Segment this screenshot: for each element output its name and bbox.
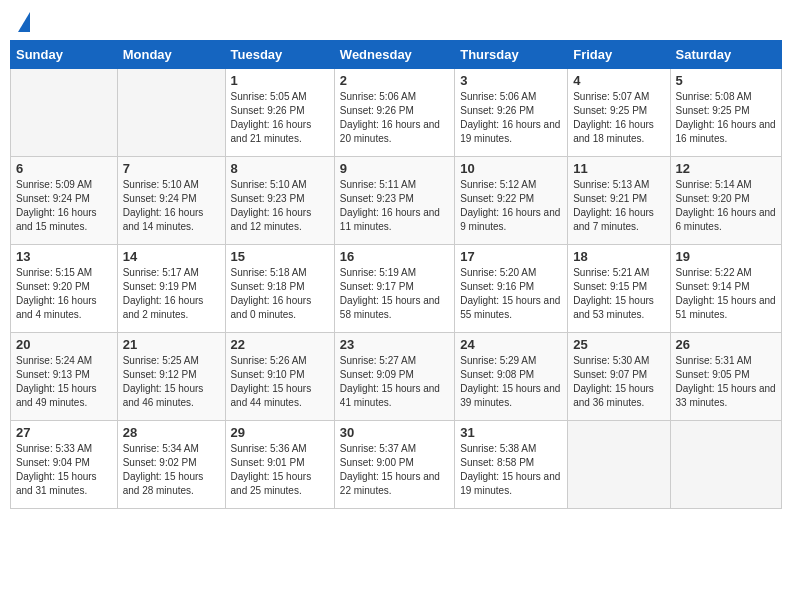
calendar-cell: 30 Sunrise: 5:37 AMSunset: 9:00 PMDaylig… (334, 421, 454, 509)
day-number: 16 (340, 249, 449, 264)
calendar-cell: 26 Sunrise: 5:31 AMSunset: 9:05 PMDaylig… (670, 333, 781, 421)
day-detail: Sunrise: 5:34 AMSunset: 9:02 PMDaylight:… (123, 443, 204, 496)
week-row-5: 27 Sunrise: 5:33 AMSunset: 9:04 PMDaylig… (11, 421, 782, 509)
day-number: 18 (573, 249, 664, 264)
day-number: 9 (340, 161, 449, 176)
header-cell-monday: Monday (117, 41, 225, 69)
calendar-cell: 15 Sunrise: 5:18 AMSunset: 9:18 PMDaylig… (225, 245, 334, 333)
calendar-cell: 18 Sunrise: 5:21 AMSunset: 9:15 PMDaylig… (568, 245, 670, 333)
header-cell-friday: Friday (568, 41, 670, 69)
calendar-table: SundayMondayTuesdayWednesdayThursdayFrid… (10, 40, 782, 509)
day-number: 4 (573, 73, 664, 88)
calendar-cell (11, 69, 118, 157)
calendar-cell: 25 Sunrise: 5:30 AMSunset: 9:07 PMDaylig… (568, 333, 670, 421)
day-number: 11 (573, 161, 664, 176)
calendar-cell (670, 421, 781, 509)
calendar-cell: 6 Sunrise: 5:09 AMSunset: 9:24 PMDayligh… (11, 157, 118, 245)
calendar-cell (117, 69, 225, 157)
header-cell-saturday: Saturday (670, 41, 781, 69)
day-number: 29 (231, 425, 329, 440)
calendar-cell: 14 Sunrise: 5:17 AMSunset: 9:19 PMDaylig… (117, 245, 225, 333)
day-number: 26 (676, 337, 776, 352)
day-detail: Sunrise: 5:31 AMSunset: 9:05 PMDaylight:… (676, 355, 776, 408)
day-detail: Sunrise: 5:08 AMSunset: 9:25 PMDaylight:… (676, 91, 776, 144)
day-detail: Sunrise: 5:18 AMSunset: 9:18 PMDaylight:… (231, 267, 312, 320)
day-number: 17 (460, 249, 562, 264)
calendar-cell: 4 Sunrise: 5:07 AMSunset: 9:25 PMDayligh… (568, 69, 670, 157)
day-number: 2 (340, 73, 449, 88)
day-number: 24 (460, 337, 562, 352)
day-detail: Sunrise: 5:25 AMSunset: 9:12 PMDaylight:… (123, 355, 204, 408)
day-detail: Sunrise: 5:17 AMSunset: 9:19 PMDaylight:… (123, 267, 204, 320)
day-number: 28 (123, 425, 220, 440)
day-number: 1 (231, 73, 329, 88)
week-row-3: 13 Sunrise: 5:15 AMSunset: 9:20 PMDaylig… (11, 245, 782, 333)
calendar-cell: 5 Sunrise: 5:08 AMSunset: 9:25 PMDayligh… (670, 69, 781, 157)
day-detail: Sunrise: 5:15 AMSunset: 9:20 PMDaylight:… (16, 267, 97, 320)
day-number: 19 (676, 249, 776, 264)
day-detail: Sunrise: 5:21 AMSunset: 9:15 PMDaylight:… (573, 267, 654, 320)
calendar-cell: 12 Sunrise: 5:14 AMSunset: 9:20 PMDaylig… (670, 157, 781, 245)
day-detail: Sunrise: 5:10 AMSunset: 9:23 PMDaylight:… (231, 179, 312, 232)
day-number: 10 (460, 161, 562, 176)
day-detail: Sunrise: 5:20 AMSunset: 9:16 PMDaylight:… (460, 267, 560, 320)
calendar-body: 1 Sunrise: 5:05 AMSunset: 9:26 PMDayligh… (11, 69, 782, 509)
day-number: 14 (123, 249, 220, 264)
day-detail: Sunrise: 5:10 AMSunset: 9:24 PMDaylight:… (123, 179, 204, 232)
day-number: 5 (676, 73, 776, 88)
day-number: 25 (573, 337, 664, 352)
day-detail: Sunrise: 5:06 AMSunset: 9:26 PMDaylight:… (460, 91, 560, 144)
day-detail: Sunrise: 5:27 AMSunset: 9:09 PMDaylight:… (340, 355, 440, 408)
logo-triangle-icon (18, 12, 30, 32)
day-number: 30 (340, 425, 449, 440)
calendar-cell: 23 Sunrise: 5:27 AMSunset: 9:09 PMDaylig… (334, 333, 454, 421)
day-detail: Sunrise: 5:38 AMSunset: 8:58 PMDaylight:… (460, 443, 560, 496)
page-header (10, 10, 782, 32)
day-detail: Sunrise: 5:19 AMSunset: 9:17 PMDaylight:… (340, 267, 440, 320)
calendar-cell: 8 Sunrise: 5:10 AMSunset: 9:23 PMDayligh… (225, 157, 334, 245)
calendar-cell: 9 Sunrise: 5:11 AMSunset: 9:23 PMDayligh… (334, 157, 454, 245)
calendar-cell: 31 Sunrise: 5:38 AMSunset: 8:58 PMDaylig… (455, 421, 568, 509)
day-number: 21 (123, 337, 220, 352)
day-detail: Sunrise: 5:36 AMSunset: 9:01 PMDaylight:… (231, 443, 312, 496)
day-detail: Sunrise: 5:24 AMSunset: 9:13 PMDaylight:… (16, 355, 97, 408)
calendar-cell: 19 Sunrise: 5:22 AMSunset: 9:14 PMDaylig… (670, 245, 781, 333)
header-cell-sunday: Sunday (11, 41, 118, 69)
day-detail: Sunrise: 5:26 AMSunset: 9:10 PMDaylight:… (231, 355, 312, 408)
week-row-1: 1 Sunrise: 5:05 AMSunset: 9:26 PMDayligh… (11, 69, 782, 157)
day-detail: Sunrise: 5:05 AMSunset: 9:26 PMDaylight:… (231, 91, 312, 144)
day-number: 7 (123, 161, 220, 176)
day-number: 15 (231, 249, 329, 264)
calendar-cell: 16 Sunrise: 5:19 AMSunset: 9:17 PMDaylig… (334, 245, 454, 333)
day-number: 6 (16, 161, 112, 176)
day-detail: Sunrise: 5:13 AMSunset: 9:21 PMDaylight:… (573, 179, 654, 232)
calendar-cell: 28 Sunrise: 5:34 AMSunset: 9:02 PMDaylig… (117, 421, 225, 509)
day-number: 22 (231, 337, 329, 352)
calendar-cell: 29 Sunrise: 5:36 AMSunset: 9:01 PMDaylig… (225, 421, 334, 509)
day-detail: Sunrise: 5:11 AMSunset: 9:23 PMDaylight:… (340, 179, 440, 232)
header-row: SundayMondayTuesdayWednesdayThursdayFrid… (11, 41, 782, 69)
calendar-cell: 10 Sunrise: 5:12 AMSunset: 9:22 PMDaylig… (455, 157, 568, 245)
calendar-cell: 2 Sunrise: 5:06 AMSunset: 9:26 PMDayligh… (334, 69, 454, 157)
day-detail: Sunrise: 5:22 AMSunset: 9:14 PMDaylight:… (676, 267, 776, 320)
calendar-cell: 24 Sunrise: 5:29 AMSunset: 9:08 PMDaylig… (455, 333, 568, 421)
day-number: 27 (16, 425, 112, 440)
calendar-cell: 21 Sunrise: 5:25 AMSunset: 9:12 PMDaylig… (117, 333, 225, 421)
day-detail: Sunrise: 5:09 AMSunset: 9:24 PMDaylight:… (16, 179, 97, 232)
calendar-cell: 27 Sunrise: 5:33 AMSunset: 9:04 PMDaylig… (11, 421, 118, 509)
day-number: 8 (231, 161, 329, 176)
day-detail: Sunrise: 5:29 AMSunset: 9:08 PMDaylight:… (460, 355, 560, 408)
day-detail: Sunrise: 5:14 AMSunset: 9:20 PMDaylight:… (676, 179, 776, 232)
calendar-cell (568, 421, 670, 509)
day-number: 12 (676, 161, 776, 176)
day-detail: Sunrise: 5:12 AMSunset: 9:22 PMDaylight:… (460, 179, 560, 232)
day-number: 23 (340, 337, 449, 352)
day-number: 13 (16, 249, 112, 264)
header-cell-tuesday: Tuesday (225, 41, 334, 69)
day-number: 3 (460, 73, 562, 88)
calendar-cell: 20 Sunrise: 5:24 AMSunset: 9:13 PMDaylig… (11, 333, 118, 421)
calendar-cell: 3 Sunrise: 5:06 AMSunset: 9:26 PMDayligh… (455, 69, 568, 157)
header-cell-thursday: Thursday (455, 41, 568, 69)
logo (14, 10, 30, 32)
day-number: 31 (460, 425, 562, 440)
